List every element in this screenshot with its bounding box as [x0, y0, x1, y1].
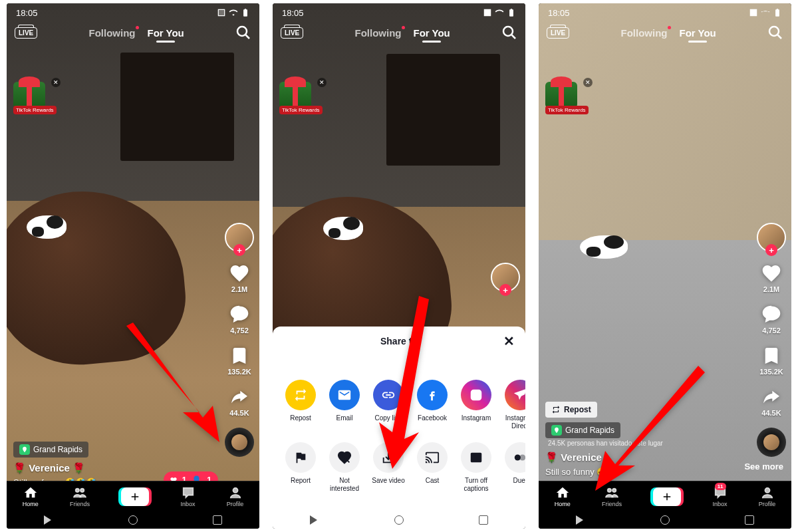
gift-icon [13, 82, 45, 108]
close-icon[interactable]: ✕ [583, 78, 593, 87]
create-button[interactable] [653, 487, 681, 506]
location-pill[interactable]: Grand Rapids [13, 442, 88, 458]
repost-pill[interactable]: Repost [545, 402, 597, 418]
tab-following[interactable]: Following [354, 27, 401, 39]
rewards-badge[interactable]: ✕ TikTok Rewards [279, 82, 323, 114]
top-navigation: LIVE Following For You [539, 25, 791, 41]
action-turn-off-captions[interactable]: Turn off captions [458, 442, 495, 493]
tab-for-you[interactable]: For You [147, 27, 184, 39]
screenshot-1: 18:05 LIVE Following For You ✕ TikTok Re… [7, 3, 259, 529]
action-not-interested[interactable]: Not interested [326, 442, 363, 493]
see-more-button[interactable]: See more [744, 462, 783, 471]
action-report[interactable]: Report [282, 442, 319, 493]
nav-profile[interactable]: Profile [227, 485, 244, 507]
nav-inbox[interactable]: 11Inbox [713, 485, 728, 507]
svg-point-0 [237, 27, 247, 36]
search-icon[interactable] [767, 25, 783, 41]
tab-following[interactable]: Following [88, 27, 135, 39]
status-bar: 18:05 [539, 3, 791, 22]
gift-icon [279, 82, 311, 108]
rewards-badge[interactable]: ✕ TikTok Rewards [13, 82, 57, 114]
live-button[interactable]: LIVE [15, 27, 37, 39]
video-info: Repost Grand Rapids 24.5K personas han v… [545, 402, 738, 477]
video-content [7, 3, 259, 497]
tab-for-you[interactable]: For You [413, 27, 450, 39]
nav-home[interactable]: Home [23, 485, 39, 507]
close-icon[interactable]: ✕ [503, 333, 515, 349]
recent-button[interactable] [479, 515, 488, 525]
location-subtitle: 24.5K personas han visitado este lugar [548, 440, 738, 447]
back-button[interactable] [576, 515, 585, 525]
svg-point-3 [233, 488, 237, 493]
nav-inbox[interactable]: Inbox [181, 485, 196, 507]
recent-button[interactable] [213, 515, 222, 525]
svg-point-9 [519, 454, 525, 460]
follow-plus-icon[interactable]: + [499, 284, 511, 296]
share-apps-row: Repost Email Copy link Facebook Instagra… [273, 380, 525, 430]
tab-for-you[interactable]: For You [679, 27, 716, 39]
action-duet[interactable]: Duet [501, 442, 525, 493]
share-button[interactable]: 44.5K [761, 386, 782, 417]
home-button[interactable] [394, 515, 404, 525]
creator-avatar[interactable]: + [491, 263, 520, 292]
action-cast[interactable]: Cast [414, 442, 451, 493]
share-instagram-direct[interactable]: Instagram Direct [501, 380, 525, 430]
like-button[interactable]: 2.1M [761, 263, 782, 293]
share-email[interactable]: Email [326, 380, 363, 430]
screenshot-3: 18:05 LIVE Following For You ✕ TikTok Re… [539, 3, 791, 529]
recent-button[interactable] [745, 515, 754, 525]
gift-icon [545, 82, 577, 108]
back-button[interactable] [310, 515, 319, 525]
nav-profile[interactable]: Profile [759, 485, 776, 507]
svg-point-12 [612, 489, 616, 493]
sound-disc[interactable] [225, 428, 254, 457]
location-pill[interactable]: Grand Rapids [545, 422, 620, 438]
nav-friends[interactable]: Friends [602, 485, 622, 507]
svg-point-4 [503, 27, 513, 36]
nav-home[interactable]: Home [555, 485, 571, 507]
save-button[interactable]: 135.2K [227, 345, 251, 376]
back-button[interactable] [44, 515, 53, 525]
share-instagram[interactable]: Instagram [458, 380, 495, 430]
svg-point-6 [474, 393, 478, 397]
share-sheet: Share to ✕ Repost Email Copy link Facebo… [273, 327, 525, 511]
save-button[interactable]: 135.2K [759, 345, 783, 376]
video-caption[interactable]: Still so funny 🤣 [545, 467, 738, 477]
share-repost[interactable]: Repost [282, 380, 319, 430]
rewards-badge[interactable]: ✕ TikTok Rewards [545, 82, 589, 114]
svg-point-11 [608, 489, 612, 493]
inbox-badge: 11 [715, 483, 726, 490]
close-icon[interactable]: ✕ [51, 78, 61, 87]
creator-avatar[interactable]: + [225, 223, 254, 252]
right-action-rail: + 2.1M 4,752 135.2K 44.5K [757, 223, 786, 457]
search-icon[interactable] [235, 25, 251, 41]
status-time: 18:05 [282, 8, 304, 18]
video-feed[interactable]: 18:05 LIVE Following For You ✕ TikTok Re… [7, 3, 259, 497]
status-time: 18:05 [548, 8, 570, 18]
location-icon [551, 425, 562, 436]
sound-disc[interactable] [757, 428, 786, 457]
share-facebook[interactable]: Facebook [414, 380, 451, 430]
nav-friends[interactable]: Friends [70, 485, 90, 507]
home-button[interactable] [128, 515, 138, 525]
follow-plus-icon[interactable]: + [765, 244, 777, 256]
action-save-video[interactable]: Save video [370, 442, 407, 493]
creator-username[interactable]: 🌹 Verenice [545, 452, 738, 464]
tab-following[interactable]: Following [620, 27, 667, 39]
share-copy-link[interactable]: Copy link [370, 380, 407, 430]
close-icon[interactable]: ✕ [317, 78, 327, 87]
comment-button[interactable]: 4,752 [761, 304, 782, 334]
search-icon[interactable] [501, 25, 517, 41]
creator-avatar[interactable]: + [757, 223, 786, 252]
like-button[interactable]: 2.1M [229, 263, 250, 293]
share-title: Share to [380, 336, 418, 346]
create-button[interactable] [121, 487, 149, 506]
live-button[interactable]: LIVE [281, 27, 303, 39]
home-button[interactable] [660, 515, 670, 525]
comment-button[interactable]: 4,752 [229, 304, 250, 334]
live-button[interactable]: LIVE [547, 27, 569, 39]
share-button[interactable]: 44.5K [229, 386, 250, 417]
video-feed[interactable]: 18:05 LIVE Following For You ✕ TikTok Re… [539, 3, 791, 497]
video-feed[interactable]: 18:05 LIVE Following For You ✕ TikTok Re… [273, 3, 525, 511]
follow-plus-icon[interactable]: + [233, 244, 245, 256]
